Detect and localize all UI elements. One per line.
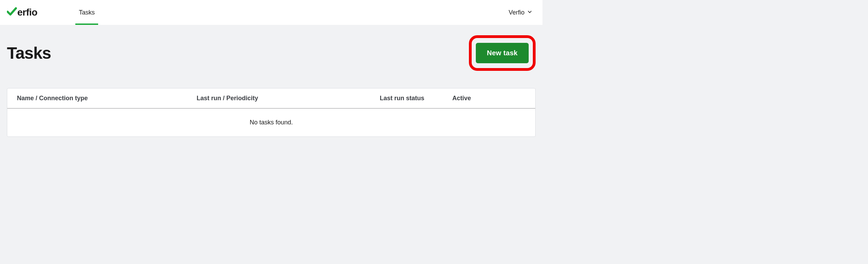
column-header-status: Last run status (380, 95, 452, 102)
page-header: Tasks New task (7, 35, 536, 71)
tasks-table: Name / Connection type Last run / Period… (7, 88, 536, 137)
new-task-highlight: New task (469, 35, 536, 71)
empty-state: No tasks found. (7, 109, 535, 136)
new-task-button[interactable]: New task (476, 43, 529, 63)
column-header-name: Name / Connection type (17, 95, 197, 102)
column-header-lastrun: Last run / Periodicity (197, 95, 380, 102)
nav-tabs: Tasks (72, 0, 102, 25)
table-header-row: Name / Connection type Last run / Period… (7, 88, 535, 109)
column-header-active: Active (452, 95, 526, 102)
org-name: Verfio (509, 9, 525, 16)
nav-tab-tasks[interactable]: Tasks (72, 0, 102, 25)
logo[interactable]: erfio (7, 7, 37, 18)
header: erfio Tasks Verfio (0, 0, 542, 25)
org-dropdown[interactable]: Verfio (505, 9, 536, 16)
page-title: Tasks (7, 44, 51, 63)
logo-text: erfio (17, 7, 37, 18)
logo-check-icon (7, 7, 17, 18)
main-content: Tasks New task Name / Connection type La… (0, 25, 542, 147)
chevron-down-icon (527, 9, 532, 16)
